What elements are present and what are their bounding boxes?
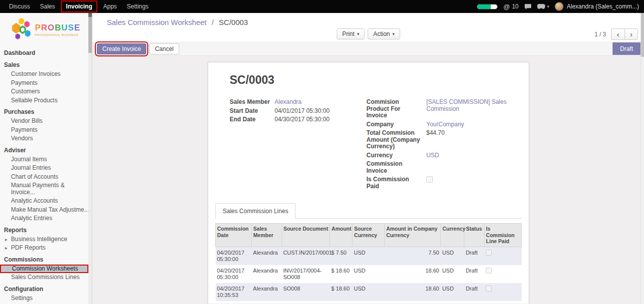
total-commission-amount-value: $44.70 bbox=[426, 130, 507, 150]
cell-amount: $ 18.60 bbox=[330, 283, 352, 301]
logo-title: PROBUSE bbox=[35, 23, 80, 33]
sidebar-heading-purchases[interactable]: Purchases bbox=[0, 105, 92, 117]
company-link[interactable]: YourCompany bbox=[426, 121, 464, 128]
sidebar-item-pdf-reports[interactable]: ▸ PDF Reports bbox=[0, 244, 92, 253]
status-badge: Draft bbox=[613, 42, 641, 55]
column-header-sales-member: Sales Member bbox=[252, 224, 282, 247]
end-date-value: 04/30/2017 05:30:00 bbox=[275, 116, 346, 123]
menu-invoicing[interactable]: Invoicing bbox=[61, 0, 97, 12]
progress-gauge-icon[interactable] bbox=[477, 4, 498, 9]
sidebar-item-chart-of-accounts[interactable]: Chart of Accounts bbox=[0, 173, 92, 182]
breadcrumb: Sales Commission Worksheet / SC/0003 bbox=[107, 18, 248, 26]
commission-product-link[interactable]: [SALES COMMISSION] Sales Commission bbox=[426, 98, 507, 112]
sidebar-heading-adviser[interactable]: Adviser bbox=[0, 143, 92, 155]
user-avatar bbox=[555, 2, 564, 11]
commission-line-row[interactable]: 04/20/2017 10:35:53 Alexandra SO008 $ 18… bbox=[216, 283, 522, 301]
chevron-right-icon: › bbox=[630, 30, 633, 38]
cancel-button[interactable]: Cancel bbox=[149, 43, 179, 54]
line-paid-checkbox[interactable] bbox=[486, 268, 492, 274]
sidebar-item-vendor-bills[interactable]: Vendor Bills bbox=[0, 117, 92, 126]
record-sheet: SC/0003 Sales Member Alexandra Start Dat… bbox=[208, 62, 529, 304]
commission-lines-table: Commission Date Sales Member Source Docu… bbox=[215, 223, 522, 304]
sidebar-item-sellable-products[interactable]: Sellable Products bbox=[0, 96, 92, 105]
control-buttons: Print ▾ Action ▾ bbox=[336, 28, 400, 39]
sales-member-link[interactable]: Alexandra bbox=[275, 98, 302, 105]
cell-status: Draft bbox=[464, 247, 484, 265]
sidebar-item-commission-worksheets[interactable]: Commission Worksheets bbox=[0, 265, 88, 274]
breadcrumb-current: SC/0003 bbox=[219, 18, 248, 26]
mention-icon: @ bbox=[503, 3, 510, 10]
activities-menu[interactable]: @ 10 bbox=[503, 3, 519, 10]
menu-sales[interactable]: Sales bbox=[35, 0, 60, 13]
cell-commission-date: 04/20/2017 05:30:00 bbox=[216, 265, 252, 283]
action-button[interactable]: Action ▾ bbox=[368, 28, 400, 39]
pager-next-button[interactable]: › bbox=[625, 28, 638, 40]
sidebar-item-payments-purchases[interactable]: Payments bbox=[0, 126, 92, 135]
sidebar-item-business-intelligence[interactable]: ▸ Business Intelligence bbox=[0, 235, 92, 244]
sidebar-item-vendors[interactable]: Vendors bbox=[0, 134, 92, 143]
commission-line-row[interactable]: 04/20/2017 05:30:00 Alexandra CUST.IN/20… bbox=[216, 247, 522, 265]
menu-discuss[interactable]: Discuss bbox=[4, 0, 35, 13]
currency-link[interactable]: USD bbox=[426, 152, 439, 159]
scroll-up-icon[interactable] bbox=[88, 13, 92, 17]
column-header-amount-company-currency: Amount in Company Currency bbox=[384, 224, 441, 247]
sidebar-item-analytic-accounts[interactable]: Analytic Accounts bbox=[0, 197, 92, 206]
line-paid-checkbox[interactable] bbox=[486, 286, 492, 292]
sidebar-heading-dashboard[interactable]: Dashboard bbox=[0, 46, 92, 58]
sidebar-heading-reports[interactable]: Reports bbox=[0, 223, 92, 235]
user-menu[interactable]: Alexandra (Sales_comm...) bbox=[555, 2, 639, 11]
is-commission-paid-label: Is Commission Paid bbox=[366, 176, 422, 190]
sidebar-item-journal-entries[interactable]: Journal Entries bbox=[0, 164, 92, 173]
column-header-source-document: Source Document bbox=[282, 224, 329, 247]
left-field-group: Sales Member Alexandra Start Date 04/01/… bbox=[230, 99, 346, 190]
column-header-currency: Currency bbox=[441, 224, 464, 247]
page-scrollbar-thumb[interactable] bbox=[641, 13, 644, 57]
action-button-label: Action bbox=[373, 30, 390, 37]
currency-label: Currency bbox=[366, 152, 422, 159]
commission-line-row[interactable]: 04/20/2017 05:30:00 Alexandra INV/2017/0… bbox=[216, 265, 522, 283]
cell-currency: USD bbox=[441, 265, 464, 283]
sidebar-heading-configuration[interactable]: Configuration bbox=[0, 282, 92, 294]
sidebar-item-customer-invoices[interactable]: Customer Invoices bbox=[0, 70, 92, 79]
sidebar-item-journal-items[interactable]: Journal Items bbox=[0, 155, 92, 164]
activities-count: 10 bbox=[512, 3, 518, 10]
sidebar-item-settings[interactable]: Settings bbox=[0, 294, 92, 303]
menu-settings[interactable]: Settings bbox=[122, 0, 153, 13]
sidebar-item-analytic-entries[interactable]: Analytic Entries bbox=[0, 214, 92, 223]
form-statusbar: Create Invoice Cancel Draft bbox=[93, 42, 644, 56]
right-field-group: Commision Product For Invoice [SALES COM… bbox=[366, 99, 507, 190]
print-button[interactable]: Print ▾ bbox=[336, 28, 364, 39]
cell-amount-company: 18.60 bbox=[384, 265, 441, 283]
cell-source-document: SO008 bbox=[282, 283, 329, 301]
sidebar-heading-sales[interactable]: Sales bbox=[0, 58, 92, 70]
sidebar-item-manual-payments-invoice[interactable]: Manual Payments & Invoice... bbox=[0, 181, 92, 197]
column-header-commission-date: Commission Date bbox=[216, 224, 252, 247]
pager-previous-button[interactable]: ‹ bbox=[611, 28, 625, 40]
logo-hexagons-icon bbox=[11, 18, 31, 41]
sidebar-scrollbar-thumb[interactable] bbox=[88, 17, 92, 53]
page-scrollbar[interactable] bbox=[641, 13, 644, 304]
cell-currency: USD bbox=[441, 283, 464, 301]
menu-apps[interactable]: Apps bbox=[98, 0, 122, 13]
main-area: Sales Commission Worksheet / SC/0003 Pri… bbox=[93, 13, 644, 304]
sidebar-item-make-manual-tax-adjustment[interactable]: Make Manual Tax Adjustme... bbox=[0, 206, 92, 215]
cell-source-currency: USD bbox=[352, 283, 384, 301]
line-paid-checkbox[interactable] bbox=[486, 250, 492, 256]
probuse-logo: PROBUSE PROFESSIONAL BUSINESS bbox=[0, 13, 92, 45]
tab-sales-commission-lines[interactable]: Sales Commission Lines bbox=[215, 203, 296, 219]
start-date-value: 04/01/2017 05:30:00 bbox=[275, 108, 346, 115]
field-groups: Sales Member Alexandra Start Date 04/01/… bbox=[230, 99, 507, 190]
sidebar: PROBUSE PROFESSIONAL BUSINESS Dashboard … bbox=[0, 13, 92, 304]
is-commission-paid-checkbox[interactable] bbox=[426, 176, 433, 183]
sidebar-item-customers[interactable]: Customers bbox=[0, 87, 92, 96]
sidebar-heading-commissions[interactable]: Commissions bbox=[0, 253, 92, 265]
sidebar-item-payments-sales[interactable]: Payments bbox=[0, 79, 92, 88]
sidebar-scrollbar[interactable] bbox=[88, 13, 92, 304]
create-invoice-button[interactable]: Create Invoice bbox=[97, 43, 146, 54]
messages-menu[interactable] bbox=[524, 3, 532, 10]
column-header-source-currency: Source Currency bbox=[352, 224, 384, 247]
cell-source-document: INV/2017/0004-SO008 bbox=[282, 265, 329, 283]
sidebar-item-sales-commissions-lines[interactable]: Sales Commissions Lines bbox=[0, 273, 92, 282]
systray-extra-menu[interactable]: ▾ bbox=[537, 4, 550, 9]
breadcrumb-parent-link[interactable]: Sales Commission Worksheet bbox=[107, 18, 207, 26]
